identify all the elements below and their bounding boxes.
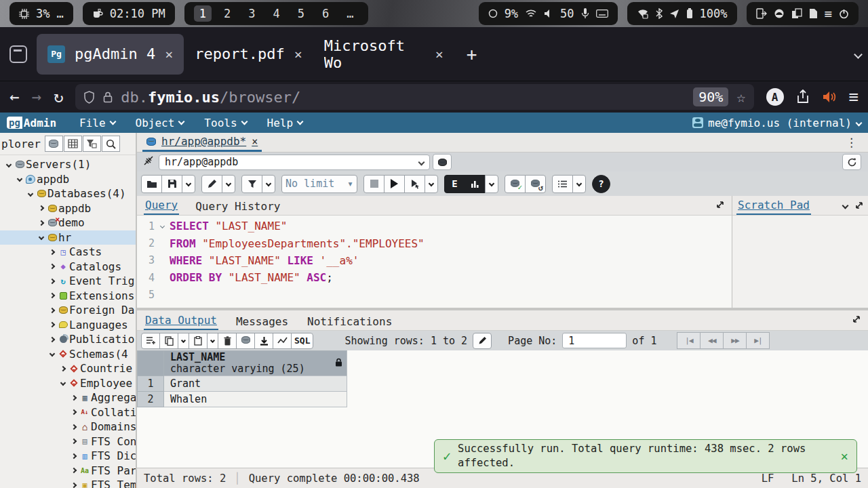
macros-dropdown[interactable] (572, 175, 586, 193)
menu-help[interactable]: Help (267, 117, 303, 129)
connection-select[interactable]: hr/app@appdb (159, 155, 430, 170)
chevron-down-icon[interactable] (47, 352, 57, 356)
close-tab-icon[interactable]: × (252, 136, 258, 148)
tree-item-collati[interactable]: A↓Collati (0, 405, 136, 420)
chevron-down-icon[interactable] (58, 381, 68, 385)
tree-item-servers-1-[interactable]: Servers(1) (0, 157, 136, 172)
add-row-button[interactable] (141, 333, 160, 349)
stop-button[interactable] (363, 175, 384, 193)
chevron-right-icon[interactable] (58, 367, 68, 371)
save-data-button[interactable] (236, 333, 255, 349)
rollback-button[interactable]: ↺ (525, 175, 546, 193)
chevron-right-icon[interactable] (47, 338, 57, 342)
expand-panel-icon[interactable] (715, 199, 725, 212)
globe-icon[interactable] (774, 8, 785, 19)
help-button[interactable]: ? (592, 175, 610, 193)
fold-arrow-icon[interactable] (157, 224, 167, 228)
explain-analyze-button[interactable] (465, 175, 486, 193)
account-icon[interactable]: A (766, 88, 784, 106)
filter-tree-button[interactable] (83, 136, 101, 152)
browser-tab-pgadmin[interactable]: Pg pgAdmin 4 × (37, 34, 184, 75)
row-number[interactable]: 2 (137, 392, 164, 407)
reload-button[interactable]: ↻ (54, 87, 63, 106)
clock-indicator[interactable]: 02:10 PM (83, 2, 175, 25)
tree-item-publicatio[interactable]: Publicatio (0, 332, 136, 347)
audio-playing-icon[interactable] (822, 90, 837, 104)
tree-item-fts-dic[interactable]: ▥FTS Dic (0, 449, 136, 464)
new-tab-button[interactable]: + (467, 44, 477, 64)
chevron-right-icon[interactable] (47, 279, 57, 283)
tree-item-domains[interactable]: ⌂Domains (0, 420, 136, 434)
workspace-…[interactable]: … (341, 5, 359, 22)
cell-last-name[interactable]: Grant (164, 376, 347, 392)
chevron-down-icon[interactable] (26, 192, 35, 196)
connection-status-icon[interactable] (141, 155, 156, 169)
filter-options-dropdown[interactable] (262, 175, 275, 193)
chevron-down-icon[interactable] (37, 235, 46, 239)
browser-tab-report[interactable]: report.pdf × (184, 34, 313, 75)
tree-item-catalogs[interactable]: ◆Catalogs (0, 260, 136, 274)
list-all-tabs-icon[interactable] (855, 47, 861, 60)
tree-item-appdb[interactable]: appdb (0, 201, 136, 216)
row-number[interactable]: 1 (137, 376, 164, 392)
execute-dropdown[interactable] (425, 175, 438, 193)
chevron-right-icon[interactable] (37, 206, 46, 210)
chevron-right-icon[interactable] (69, 425, 79, 429)
execute-button[interactable] (384, 175, 405, 193)
chevron-right-icon[interactable] (69, 468, 79, 472)
download-button[interactable] (254, 333, 273, 349)
copy-dropdown[interactable] (178, 333, 189, 349)
browser-tab-word[interactable]: Microsoft Wo × (313, 34, 454, 75)
tree-item-languages[interactable]: Languages (0, 318, 136, 333)
search-tree-button[interactable] (102, 136, 120, 152)
expand-panel-icon[interactable] (854, 201, 864, 210)
editor-line-3[interactable]: 3WHERE "LAST_NAME" LIKE '__a%' (137, 252, 732, 269)
panel-kebab-menu-icon[interactable]: ⋮ (846, 136, 863, 149)
tree-item-fts-par[interactable]: AaFTS Par (0, 464, 136, 479)
macros-button[interactable] (552, 175, 573, 193)
next-page-button[interactable]: ▶▶ (723, 332, 747, 349)
graph-visualizer-button[interactable] (273, 333, 292, 349)
quick-search-db-button[interactable] (45, 136, 63, 152)
shield-icon[interactable] (83, 91, 95, 104)
chevron-right-icon[interactable] (47, 264, 57, 268)
tree-item-hr[interactable]: hr (0, 230, 136, 245)
tree-item-demo[interactable]: ×demo (0, 216, 136, 230)
chevron-down-icon[interactable] (842, 202, 849, 209)
tree-item-extensions[interactable]: Extensions (0, 289, 136, 304)
table-row[interactable]: 1Grant (137, 376, 347, 392)
tab-close-icon[interactable]: × (165, 46, 173, 62)
menu-object[interactable]: Object (136, 117, 184, 129)
reconnect-button[interactable] (842, 154, 861, 170)
tab-notifications[interactable]: Notifications (306, 313, 393, 330)
commit-button[interactable]: ✓ (505, 175, 526, 193)
bookmark-star-icon[interactable]: ☆ (736, 89, 745, 106)
cell-last-name[interactable]: Whalen (164, 392, 347, 407)
browser-menu-icon[interactable]: ≡ (849, 87, 859, 106)
forward-button[interactable]: → (31, 87, 41, 106)
chevron-right-icon[interactable] (69, 483, 79, 487)
expand-panel-icon[interactable] (852, 314, 861, 327)
lock-icon[interactable] (103, 91, 113, 103)
paste-button[interactable] (189, 333, 208, 349)
explain-button[interactable]: E (444, 175, 465, 193)
sql-button[interactable]: SQL (291, 333, 313, 349)
menu-file[interactable]: File (79, 117, 115, 129)
chevron-right-icon[interactable] (37, 221, 46, 225)
share-icon[interactable] (796, 89, 810, 104)
open-file-button[interactable] (141, 175, 162, 193)
url-field[interactable]: db.fymio.us/browser/ 90% ☆ (75, 84, 753, 110)
tree-item-employee[interactable]: Employee (0, 376, 136, 391)
user-menu[interactable]: me@fymio.us (internal) (692, 117, 861, 129)
chevron-right-icon[interactable] (69, 396, 79, 400)
connectivity-group[interactable]: 100% (627, 2, 737, 25)
column-header-last-name[interactable]: LAST_NAME character varying (25) (164, 350, 347, 376)
last-page-button[interactable]: ▶| (746, 332, 770, 349)
chevron-down-icon[interactable] (15, 177, 24, 181)
copy-button[interactable] (159, 333, 178, 349)
tab-close-icon[interactable]: × (435, 46, 443, 62)
sql-editor[interactable]: 1SELECT "LAST_NAME"2FROM "EmployeesDepar… (137, 216, 732, 308)
filter-button[interactable] (241, 175, 262, 193)
workspace-3[interactable]: 3 (243, 5, 260, 22)
edit-options-dropdown[interactable] (222, 175, 235, 193)
